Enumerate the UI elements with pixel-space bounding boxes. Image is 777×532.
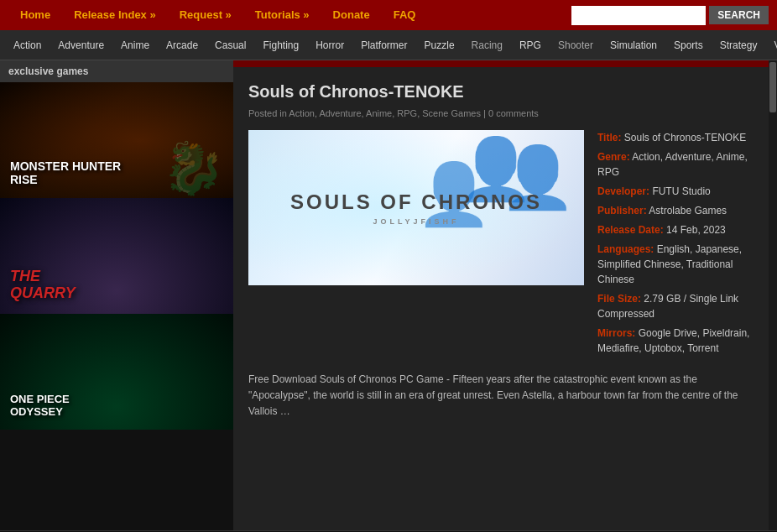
nav-request[interactable]: Request » (168, 0, 243, 30)
game-title-quarry: THEQUARRY (10, 269, 76, 302)
detail-release: Release Date: 14 Feb, 2023 (597, 222, 754, 237)
main-layout: exclusive games 🐉 MONSTER HUNTERRISE THE… (0, 60, 777, 530)
detail-languages: Languages: English, Japanese, Simplified… (597, 242, 754, 287)
genre-casual[interactable]: Casual (206, 30, 254, 60)
genre-action[interactable]: Action (5, 30, 50, 60)
genre-strategy[interactable]: Strategy (712, 30, 766, 60)
nav-donate[interactable]: Donate (321, 0, 382, 30)
scroll-thumb[interactable] (769, 62, 776, 112)
nav-home[interactable]: Home (8, 0, 62, 30)
genre-simulation[interactable]: Simulation (602, 30, 665, 60)
sidebar-game-quarry[interactable]: THEQUARRY (0, 198, 233, 314)
cover-title-text: SOULS OF CHRONOS JOLLYJFISHF (290, 190, 542, 226)
genre-arcade[interactable]: Arcade (158, 30, 206, 60)
game-info-section: SOULS OF CHRONOS JOLLYJFISHF 👤 👤 👤 (248, 130, 754, 360)
game-title-opo: ONE PIECEODYSSEY (10, 394, 70, 418)
genre-racing[interactable]: Racing (463, 30, 511, 60)
post-meta: Posted in Action, Adventure, Anime, RPG,… (248, 108, 754, 118)
content-top-bar (233, 60, 769, 67)
detail-mirrors: Mirrors: Google Drive, Pixeldrain, Media… (597, 326, 754, 356)
genre-anime[interactable]: Anime (112, 30, 158, 60)
nav-release-index[interactable]: Release Index » (62, 0, 168, 30)
genre-vn[interactable]: VN (765, 30, 777, 60)
game-title-mhr: MONSTER HUNTERRISE (10, 159, 121, 186)
genre-rpg[interactable]: RPG (511, 30, 550, 60)
sidebar-game-opo[interactable]: ONE PIECEODYSSEY (0, 314, 233, 430)
search-input[interactable] (571, 6, 706, 25)
content-inner: Souls of Chronos-TENOKE Posted in Action… (233, 67, 769, 432)
search-button[interactable]: SEARCH (709, 6, 769, 24)
genre-platformer[interactable]: Platformer (352, 30, 415, 60)
genre-fighting[interactable]: Fighting (254, 30, 307, 60)
genre-horror[interactable]: Horror (307, 30, 352, 60)
detail-developer: Developer: FUTU Studio (597, 184, 754, 199)
genre-shooter[interactable]: Shooter (550, 30, 602, 60)
detail-publisher: Publisher: Astrolabe Games (597, 203, 754, 218)
game-details: Title: Souls of Chronos-TENOKE Genre: Ac… (597, 130, 754, 360)
nav-faq[interactable]: FAQ (382, 0, 428, 30)
game-description: Free Download Souls of Chronos PC Game -… (248, 372, 754, 420)
nav-tutorials[interactable]: Tutorials » (243, 0, 321, 30)
sidebar-game-mhr[interactable]: 🐉 MONSTER HUNTERRISE (0, 82, 233, 198)
genre-adventure[interactable]: Adventure (50, 30, 112, 60)
game-cover: SOULS OF CHRONOS JOLLYJFISHF 👤 👤 👤 (248, 130, 584, 285)
page-title: Souls of Chronos-TENOKE (248, 82, 754, 102)
detail-filesize: File Size: 2.79 GB / Single Link Compres… (597, 291, 754, 321)
content-area: Souls of Chronos-TENOKE Posted in Action… (233, 60, 769, 530)
genre-puzzle[interactable]: Puzzle (416, 30, 463, 60)
genre-navigation: ActionAdventureAnimeArcadeCasualFighting… (0, 30, 777, 60)
genre-sports[interactable]: Sports (665, 30, 712, 60)
search-area: SEARCH (571, 6, 769, 25)
detail-genre: Genre: Action, Adventure, Anime, RPG (597, 149, 754, 180)
sidebar-header: exclusive games (0, 60, 233, 82)
top-navigation: Home Release Index » Request » Tutorials… (0, 0, 777, 30)
sidebar: exclusive games 🐉 MONSTER HUNTERRISE THE… (0, 60, 233, 530)
scrollbar[interactable] (769, 60, 777, 530)
content-wrapper: Souls of Chronos-TENOKE Posted in Action… (233, 60, 777, 530)
detail-title: Title: Souls of Chronos-TENOKE (597, 130, 754, 145)
